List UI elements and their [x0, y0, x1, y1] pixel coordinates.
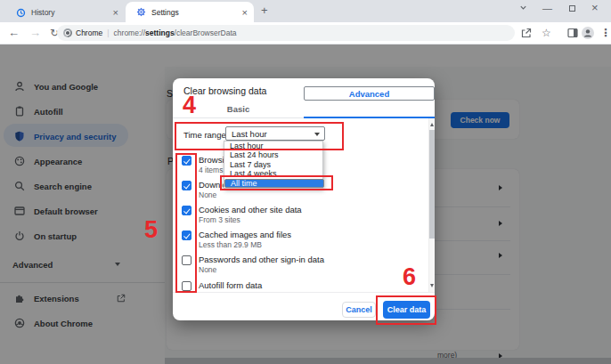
tab-settings[interactable]: Settings ×	[126, 2, 254, 22]
tab-advanced[interactable]: Advanced	[304, 86, 435, 101]
item-title: Autofill form data	[199, 280, 262, 290]
tab-title: Settings	[151, 8, 179, 17]
share-icon[interactable]	[521, 28, 532, 38]
back-icon[interactable]: ←	[8, 28, 20, 38]
chrome-page-icon	[63, 28, 72, 37]
url-host: settings	[145, 28, 175, 37]
bookmark-star-icon[interactable]: ☆	[542, 28, 551, 38]
annotation-step-4: 4	[183, 93, 196, 117]
clear-browsing-data-dialog: Clear browsing data Basic Advanced Time …	[173, 78, 435, 320]
window-minimize-icon[interactable]: —	[542, 3, 552, 13]
browser-toolbar: ← → ↻ Chrome | chrome://settings/clearBr…	[0, 22, 611, 44]
annotation-box-clear-data	[376, 295, 436, 325]
browser-window: History × Settings × + — × ← → ↻ Chrome	[0, 0, 611, 364]
item-subtitle: From 3 sites	[199, 215, 240, 224]
tab-title: History	[31, 8, 54, 17]
url-product: Chrome	[76, 28, 102, 37]
url-path: /clearBrowserData	[175, 28, 237, 37]
annotation-box-checkboxes	[175, 153, 197, 293]
tab-close-icon[interactable]: ×	[107, 8, 125, 17]
item-subtitle: None	[199, 190, 216, 199]
tab-strip: History × Settings × + — ×	[0, 0, 611, 22]
scrollbar-thumb[interactable]	[429, 130, 435, 239]
history-icon	[16, 8, 26, 18]
url-scheme: chrome://	[114, 28, 145, 37]
tab-history[interactable]: History ×	[7, 3, 125, 22]
item-subtitle: 4 items	[199, 166, 223, 174]
annotation-box-all-time	[220, 175, 333, 190]
forward-icon: →	[29, 28, 41, 38]
item-title: Cookies and other site data	[199, 205, 302, 214]
side-panel-icon[interactable]	[567, 28, 578, 38]
item-title: Cached images and files	[199, 230, 291, 239]
annotation-step-5: 5	[144, 218, 158, 242]
annotation-box-time-range	[175, 122, 344, 150]
window-maximize-icon[interactable]	[569, 5, 575, 12]
new-tab-button[interactable]: +	[261, 5, 268, 16]
address-bar[interactable]: Chrome | chrome://settings/clearBrowserD…	[57, 25, 515, 41]
item-subtitle: Less than 29.9 MB	[199, 240, 262, 249]
window-close-icon[interactable]: ×	[591, 3, 599, 13]
menu-option[interactable]: Last 7 days	[224, 160, 322, 169]
footer-divider	[173, 292, 435, 293]
kebab-menu-icon[interactable]: ⋮	[600, 28, 611, 38]
cancel-button[interactable]: Cancel	[342, 302, 376, 318]
annotation-step-6: 6	[403, 265, 416, 289]
settings-gear-icon	[136, 7, 146, 17]
tab-close-icon[interactable]: ×	[236, 8, 254, 17]
tab-search-chevron-icon[interactable]	[519, 4, 527, 12]
scroll-up-icon[interactable]	[430, 123, 434, 126]
menu-option[interactable]: Last 24 hours	[224, 150, 322, 159]
item-subtitle: None	[199, 265, 216, 274]
item-title: Passwords and other sign-in data	[199, 255, 324, 264]
profile-avatar[interactable]	[582, 27, 594, 39]
url-separator: |	[107, 28, 109, 37]
scroll-down-icon[interactable]	[430, 284, 434, 287]
